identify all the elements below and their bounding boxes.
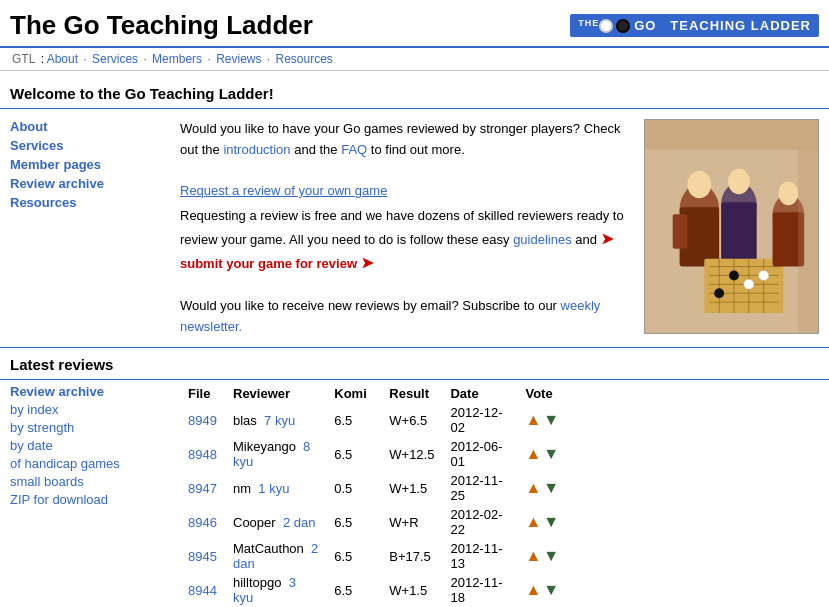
- vote-icons-0: ▲ ▼: [525, 411, 559, 429]
- cell-reviewer-4: MatCauthon 2 dan: [225, 539, 326, 573]
- logo-circle-white: [599, 19, 613, 33]
- cell-file-0: 8949: [180, 403, 225, 437]
- reviewer-rank-link-2[interactable]: 1 kyu: [258, 481, 289, 496]
- reviewer-rank-link-0[interactable]: 7 kyu: [264, 413, 295, 428]
- cell-result-4: B+17.5: [381, 539, 442, 573]
- cell-file-1: 8948: [180, 437, 225, 471]
- table-row: 8948 Mikeyango 8 kyu 6.5 W+12.5 2012-06-…: [180, 437, 567, 471]
- table-row: 8944 hilltopgo 3 kyu 6.5 W+1.5 2012-11-1…: [180, 573, 567, 607]
- reviews-section: Review archive by index by strength by d…: [0, 380, 829, 607]
- reviews-table-body: 8949 blas 7 kyu 6.5 W+6.5 2012-12-02 ▲ ▼…: [180, 403, 567, 607]
- text-3: to find out more.: [367, 142, 465, 157]
- reviews-nav-zip[interactable]: ZIP for download: [10, 492, 170, 507]
- cell-result-5: W+1.5: [381, 573, 442, 607]
- vote-down-icon-0[interactable]: ▼: [543, 411, 559, 429]
- link-request-review[interactable]: Request a review of your own game: [180, 181, 387, 202]
- reviews-nav-handicap[interactable]: of handicap games: [10, 456, 170, 471]
- nav-member-pages[interactable]: Member pages: [10, 157, 170, 172]
- cell-reviewer-0: blas 7 kyu: [225, 403, 326, 437]
- cell-file-4: 8945: [180, 539, 225, 573]
- logo-go: GO: [634, 18, 656, 33]
- vote-icons-2: ▲ ▼: [525, 479, 559, 497]
- nav-review-archive[interactable]: Review archive: [10, 176, 170, 191]
- vote-down-icon-3[interactable]: ▼: [543, 513, 559, 531]
- welcome-paragraph-3: Would you like to receive new reviews by…: [180, 296, 634, 338]
- reviewer-rank-link-1[interactable]: 8 kyu: [233, 439, 310, 469]
- reviews-nav-smallboards[interactable]: small boards: [10, 474, 170, 489]
- file-link-5[interactable]: 8944: [188, 583, 217, 598]
- welcome-left-nav: About Services Member pages Review archi…: [10, 119, 170, 337]
- vote-icons-3: ▲ ▼: [525, 513, 559, 531]
- cell-date-3: 2012-02-22: [442, 505, 517, 539]
- nav-resources[interactable]: Resources: [10, 195, 170, 210]
- vote-up-icon-2[interactable]: ▲: [525, 479, 541, 497]
- file-link-4[interactable]: 8945: [188, 549, 217, 564]
- welcome-section-header: Welcome to the Go Teaching Ladder!: [0, 71, 829, 109]
- reviewer-rank-link-4[interactable]: 2 dan: [233, 541, 318, 571]
- file-link-2[interactable]: 8947: [188, 481, 217, 496]
- arrow-left-icon: ➤: [361, 254, 374, 271]
- cell-komi-4: 6.5: [326, 539, 381, 573]
- cell-date-5: 2012-11-18: [442, 573, 517, 607]
- cell-date-0: 2012-12-02: [442, 403, 517, 437]
- svg-point-21: [714, 288, 724, 298]
- welcome-paragraph-2: Request a review of your own game Reques…: [180, 181, 634, 275]
- file-link-1[interactable]: 8948: [188, 447, 217, 462]
- table-row: 8947 nm 1 kyu 0.5 W+1.5 2012-11-25 ▲ ▼: [180, 471, 567, 505]
- vote-up-icon-5[interactable]: ▲: [525, 581, 541, 599]
- breadcrumb-reviews[interactable]: Reviews: [216, 52, 261, 66]
- reviewer-rank-link-3[interactable]: 2 dan: [283, 515, 316, 530]
- breadcrumb: GTL : About · Services · Members · Revie…: [0, 48, 829, 71]
- cell-date-2: 2012-11-25: [442, 471, 517, 505]
- logo-teaching: TEACHING LADDER: [670, 18, 811, 33]
- link-introduction[interactable]: introduction: [223, 142, 290, 157]
- breadcrumb-services[interactable]: Services: [92, 52, 138, 66]
- reviews-table-container: File Reviewer Komi Result Date Vote 8949…: [180, 384, 819, 607]
- vote-down-icon-5[interactable]: ▼: [543, 581, 559, 599]
- nav-about[interactable]: About: [10, 119, 170, 134]
- col-file: File: [180, 384, 225, 403]
- table-header-row: File Reviewer Komi Result Date Vote: [180, 384, 567, 403]
- vote-icons-5: ▲ ▼: [525, 581, 559, 599]
- logo-the: THE: [578, 18, 599, 28]
- reviews-nav-bystrength[interactable]: by strength: [10, 420, 170, 435]
- link-faq[interactable]: FAQ: [341, 142, 367, 157]
- svg-rect-5: [673, 214, 688, 249]
- col-vote: Vote: [517, 384, 567, 403]
- welcome-heading: Welcome to the Go Teaching Ladder!: [10, 85, 819, 102]
- reviews-table: File Reviewer Komi Result Date Vote 8949…: [180, 384, 567, 607]
- vote-up-icon-4[interactable]: ▲: [525, 547, 541, 565]
- breadcrumb-members[interactable]: Members: [152, 52, 202, 66]
- welcome-text: Would you like to have your Go games rev…: [180, 119, 634, 337]
- cell-vote-1: ▲ ▼: [517, 437, 567, 471]
- text-6: Would you like to receive new reviews by…: [180, 298, 561, 313]
- vote-down-icon-2[interactable]: ▼: [543, 479, 559, 497]
- go-painting-image: [644, 119, 819, 337]
- cell-result-3: W+R: [381, 505, 442, 539]
- link-guidelines[interactable]: guidelines: [513, 232, 572, 247]
- reviewer-rank-link-5[interactable]: 3 kyu: [233, 575, 296, 605]
- vote-up-icon-0[interactable]: ▲: [525, 411, 541, 429]
- vote-up-icon-3[interactable]: ▲: [525, 513, 541, 531]
- link-submit-game[interactable]: submit your game for review: [180, 256, 357, 271]
- nav-services[interactable]: Services: [10, 138, 170, 153]
- svg-point-24: [778, 182, 798, 206]
- file-link-0[interactable]: 8949: [188, 413, 217, 428]
- main-content: About Services Member pages Review archi…: [0, 109, 829, 348]
- reviews-nav-byindex[interactable]: by index: [10, 402, 170, 417]
- file-link-3[interactable]: 8946: [188, 515, 217, 530]
- breadcrumb-resources[interactable]: Resources: [276, 52, 333, 66]
- vote-down-icon-1[interactable]: ▼: [543, 445, 559, 463]
- reviews-nav-archive[interactable]: Review archive: [10, 384, 170, 399]
- site-title: The Go Teaching Ladder: [10, 10, 313, 41]
- cell-vote-5: ▲ ▼: [517, 573, 567, 607]
- vote-up-icon-1[interactable]: ▲: [525, 445, 541, 463]
- breadcrumb-about[interactable]: About: [47, 52, 78, 66]
- vote-down-icon-4[interactable]: ▼: [543, 547, 559, 565]
- table-row: 8945 MatCauthon 2 dan 6.5 B+17.5 2012-11…: [180, 539, 567, 573]
- logo-circle-black: [616, 19, 630, 33]
- reviews-nav-bydate[interactable]: by date: [10, 438, 170, 453]
- col-result: Result: [381, 384, 442, 403]
- svg-point-3: [688, 171, 712, 199]
- go-painting-svg: [645, 119, 818, 334]
